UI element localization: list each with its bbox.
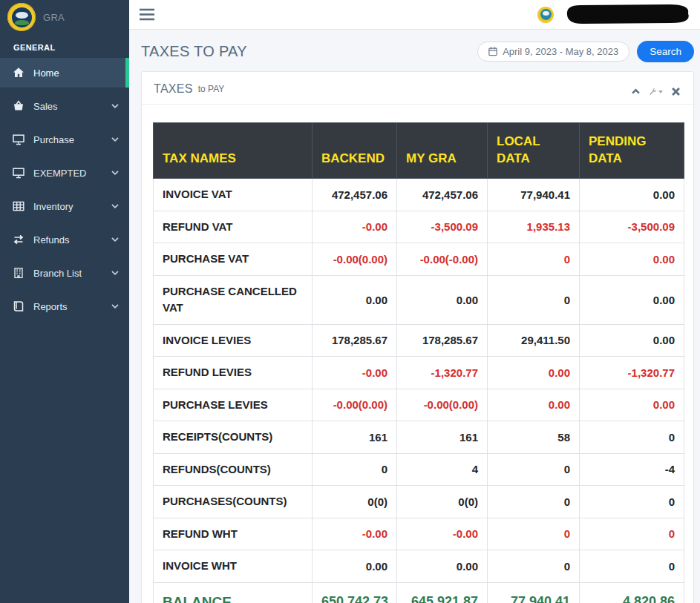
menu-toggle-icon[interactable]: [140, 8, 154, 21]
tax-value-cell: 0(0): [313, 486, 397, 518]
tax-value-cell: 472,457.06: [397, 179, 488, 211]
gra-seal-icon: [7, 3, 36, 31]
tax-value-cell: 0.00: [397, 550, 488, 583]
tax-value-cell: 0: [488, 453, 580, 486]
sidebar-brand[interactable]: GRA: [0, 0, 129, 36]
tax-value-cell: 178,285.67: [397, 324, 488, 357]
book-icon: [12, 300, 25, 312]
tax-value-cell: 4: [397, 453, 488, 486]
close-icon[interactable]: [672, 88, 680, 96]
table-row: PURCHASE VAT-0.00(0.00)-0.00(-0.00)00.00: [154, 243, 684, 276]
sidebar-item-reports[interactable]: Reports: [0, 291, 129, 321]
tax-value-cell: 161: [313, 421, 397, 454]
sidebar-item-inventory[interactable]: Inventory: [0, 191, 129, 221]
table-row: INVOICE LEVIES178,285.67178,285.6729,411…: [154, 324, 684, 357]
tax-value-cell: 77,940.41: [488, 179, 580, 211]
tax-name-cell: INVOICE WHT: [154, 550, 313, 583]
tax-value-cell: -0.00(0.00): [397, 389, 488, 421]
tax-value-cell: 0: [580, 518, 684, 550]
tax-value-cell: 0.00: [580, 324, 684, 357]
search-button[interactable]: Search: [637, 41, 694, 62]
sidebar-item-branch-list[interactable]: Branch List: [0, 258, 129, 288]
table-row: PURCHASES(COUNTS)0(0)0(0)00: [154, 486, 684, 518]
card-body: TAX NAMESBACKENDMY GRALOCAL DATAPENDING …: [142, 105, 693, 603]
tax-value-cell: 0: [488, 243, 580, 276]
column-header: LOCAL DATA: [488, 123, 580, 179]
column-header: PENDING DATA: [580, 123, 684, 179]
sidebar-item-refunds[interactable]: Refunds: [0, 225, 129, 254]
sidebar-section-label: GENERAL: [0, 36, 129, 58]
card-header: TAXES to PAY: [142, 72, 693, 105]
tax-name-cell: RECEIPTS(COUNTS): [154, 421, 313, 454]
table-body: INVOICE VAT472,457.06472,457.0677,940.41…: [154, 179, 684, 583]
taxes-table: TAX NAMESBACKENDMY GRALOCAL DATAPENDING …: [153, 122, 684, 603]
tax-name-cell: INVOICE VAT: [154, 179, 313, 211]
page-title: TAXES TO PAY: [141, 43, 247, 60]
tax-value-cell: 0.00: [488, 389, 580, 421]
tax-value-cell: 178,285.67: [313, 324, 397, 357]
tax-value-cell: -0.00(0.00): [313, 389, 397, 421]
tax-name-cell: PURCHASES(COUNTS): [154, 486, 313, 518]
tax-value-cell: 0: [488, 486, 580, 518]
sidebar-item-label: Reports: [33, 301, 103, 312]
sidebar-item-label: Inventory: [33, 201, 103, 212]
sidebar: GRA GENERAL HomeSalesPurchaseEXEMPTEDInv…: [0, 0, 129, 603]
sidebar-nav: HomeSalesPurchaseEXEMPTEDInventoryRefund…: [0, 58, 129, 325]
balance-label-cell: BALANCE: [154, 582, 313, 603]
tax-value-cell: -0.00: [313, 518, 397, 550]
table-row: INVOICE VAT472,457.06472,457.0677,940.41…: [154, 179, 684, 211]
date-range-label: April 9, 2023 - May 8, 2023: [503, 46, 618, 57]
chevron-down-icon: [111, 103, 119, 109]
tax-value-cell: 0: [488, 518, 580, 550]
redacted-text: [558, 3, 693, 25]
column-header: TAX NAMES: [154, 123, 313, 179]
tax-value-cell: 0.00: [488, 357, 580, 389]
sidebar-item-purchase[interactable]: Purchase: [0, 125, 129, 154]
tax-value-cell: 0: [313, 453, 397, 486]
sidebar-item-label: Branch List: [33, 268, 103, 279]
sidebar-item-label: Refunds: [33, 234, 103, 246]
tax-name-cell: PURCHASE CANCELLED VAT: [154, 275, 313, 324]
monitor-icon: [12, 134, 25, 145]
date-range-picker[interactable]: April 9, 2023 - May 8, 2023: [477, 42, 629, 62]
building-icon: [12, 267, 25, 279]
tax-value-cell: 0.00: [580, 179, 684, 211]
sidebar-item-sales[interactable]: Sales: [0, 91, 129, 121]
tax-value-cell: -1,320.77: [580, 357, 684, 389]
chevron-down-icon: [111, 237, 119, 243]
sidebar-item-label: Sales: [33, 101, 103, 112]
topbar: [129, 0, 700, 30]
caret-down-icon: [658, 90, 663, 93]
sidebar-item-label: Home: [33, 67, 119, 79]
card-subtitle: to PAY: [198, 84, 225, 94]
calendar-icon: [488, 47, 497, 56]
chevron-down-icon: [111, 203, 119, 209]
monitor-icon: [12, 167, 25, 179]
tax-value-cell: -0.00: [397, 518, 488, 550]
tax-value-cell: 0.00: [580, 389, 684, 421]
tax-name-cell: REFUND VAT: [154, 211, 313, 243]
sidebar-item-exempted[interactable]: EXEMPTED: [0, 158, 129, 188]
tax-name-cell: REFUND WHT: [154, 518, 313, 550]
tax-value-cell: -3,500.09: [580, 211, 684, 243]
table-row: REFUND LEVIES-0.00-1,320.770.00-1,320.77: [154, 357, 684, 389]
gra-seal-icon: [537, 7, 554, 23]
collapse-icon[interactable]: [632, 88, 640, 96]
wrench-icon[interactable]: [649, 88, 663, 96]
column-header: MY GRA: [397, 123, 488, 179]
tax-value-cell: 0.00: [313, 275, 397, 324]
tax-value-cell: 0.00: [580, 275, 684, 324]
sidebar-item-label: Purchase: [33, 134, 103, 145]
sidebar-item-home[interactable]: Home: [0, 58, 129, 88]
table-row: PURCHASE LEVIES-0.00(0.00)-0.00(0.00)0.0…: [154, 389, 684, 421]
table-row: PURCHASE CANCELLED VAT0.000.0000.00: [154, 275, 684, 324]
tax-value-cell: 58: [488, 421, 580, 454]
content: TAXES TO PAY April 9, 2023 - May 8, 2023…: [129, 30, 700, 603]
tax-name-cell: PURCHASE LEVIES: [154, 389, 313, 421]
tax-value-cell: 0: [580, 550, 684, 583]
tax-value-cell: 0.00: [580, 243, 684, 276]
tax-name-cell: INVOICE LEVIES: [154, 324, 313, 357]
balance-value-cell: 645,921.87: [397, 582, 488, 603]
tax-value-cell: 0: [580, 486, 684, 518]
tax-value-cell: 0: [488, 550, 580, 583]
